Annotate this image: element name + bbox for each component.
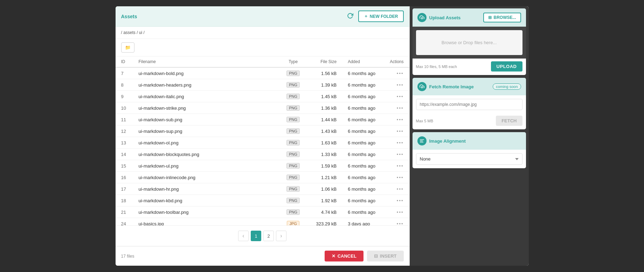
cell-actions[interactable]: ••• [384, 67, 409, 79]
cell-id: 10 [116, 102, 133, 114]
table-row[interactable]: 14 ui-markdown-blockquotes.png PNG 1.33 … [116, 149, 409, 160]
file-table-body: 7 ui-markdown-bold.png PNG 1.56 kB 6 mon… [116, 67, 409, 225]
type-badge: PNG [286, 94, 300, 99]
fetch-button[interactable]: FETCH [496, 116, 522, 126]
table-row[interactable]: 15 ui-markdown-ul.png PNG 1.59 kB 6 mont… [116, 160, 409, 172]
cell-type: PNG [279, 149, 307, 160]
cell-actions[interactable]: ••• [384, 102, 409, 114]
col-added: Added [342, 56, 384, 67]
table-row[interactable]: 12 ui-markdown-sup.png PNG 1.43 kB 6 mon… [116, 125, 409, 137]
bottom-actions: ✕ CANCEL ⊟ INSERT [325, 251, 404, 261]
file-table: ID Filename Type File Size Added Actions… [116, 56, 409, 225]
type-badge: PNG [286, 70, 300, 76]
cell-filename: ui-markdown-headers.png [133, 79, 279, 91]
cell-type: PNG [279, 183, 307, 195]
page-1-button[interactable]: 1 [251, 231, 261, 241]
alignment-header: Image Alignment [413, 132, 526, 150]
cell-size: 4.74 kB [307, 206, 342, 218]
cell-size: 323.29 kB [307, 218, 342, 226]
cell-size: 1.39 kB [307, 79, 342, 91]
cell-actions[interactable]: ••• [384, 218, 409, 226]
col-filename: Filename [133, 56, 279, 67]
cell-added: 6 months ago [342, 149, 384, 160]
col-filesize: File Size [307, 56, 342, 67]
cell-size: 1.56 kB [307, 67, 342, 79]
plus-icon: ＋ [364, 13, 368, 19]
table-row[interactable]: 16 ui-markdown-inlinecode.png PNG 1.21 k… [116, 172, 409, 183]
cell-size: 1.21 kB [307, 172, 342, 183]
cell-type: PNG [279, 137, 307, 149]
cell-actions[interactable]: ••• [384, 172, 409, 183]
cell-added: 6 months ago [342, 137, 384, 149]
cell-id: 14 [116, 149, 133, 160]
cell-actions[interactable]: ••• [384, 91, 409, 102]
cell-id: 7 [116, 67, 133, 79]
cell-size: 1.45 kB [307, 91, 342, 102]
cell-type: PNG [279, 206, 307, 218]
drop-zone[interactable]: Browse or Drop files here... [416, 30, 522, 55]
upload-icon [417, 13, 427, 22]
cell-size: 1.33 kB [307, 149, 342, 160]
cell-actions[interactable]: ••• [384, 160, 409, 172]
next-page-button[interactable]: › [276, 231, 286, 241]
cell-actions[interactable]: ••• [384, 125, 409, 137]
upload-submit-button[interactable]: UPLOAD [491, 61, 522, 72]
cell-id: 18 [116, 195, 133, 206]
cell-type: JPG [279, 218, 307, 226]
cell-filename: ui-markdown-bold.png [133, 67, 279, 79]
cell-id: 16 [116, 172, 133, 183]
table-row[interactable]: 13 ui-markdown-ol.png PNG 1.63 kB 6 mont… [116, 137, 409, 149]
alignment-section: Image Alignment None Left Center Right [413, 132, 526, 168]
cell-filename: ui-markdown-hr.png [133, 183, 279, 195]
cell-actions[interactable]: ••• [384, 149, 409, 160]
table-row[interactable]: 10 ui-markdown-strike.png PNG 1.36 kB 6 … [116, 102, 409, 114]
cell-actions[interactable]: ••• [384, 114, 409, 125]
type-badge: PNG [286, 128, 300, 134]
cell-id: 12 [116, 125, 133, 137]
folder-upload-icon: 📁 [125, 45, 131, 50]
cancel-button[interactable]: ✕ CANCEL [325, 251, 363, 261]
cell-actions[interactable]: ••• [384, 183, 409, 195]
cell-added: 3 days ago [342, 218, 384, 226]
table-header-row: ID Filename Type File Size Added Actions [116, 56, 409, 67]
table-row[interactable]: 21 ui-markdown-toolbar.png PNG 4.74 kB 6… [116, 206, 409, 218]
new-folder-button[interactable]: ＋ NEW FOLDER [358, 11, 404, 22]
type-badge: PNG [286, 163, 300, 169]
table-row[interactable]: 7 ui-markdown-bold.png PNG 1.56 kB 6 mon… [116, 67, 409, 79]
cell-filename: ui-markdown-toolbar.png [133, 206, 279, 218]
cell-id: 13 [116, 137, 133, 149]
browse-button[interactable]: ⊞ BROWSE... [483, 13, 521, 22]
cell-added: 6 months ago [342, 91, 384, 102]
table-row[interactable]: 17 ui-markdown-hr.png PNG 1.06 kB 6 mont… [116, 183, 409, 195]
cell-actions[interactable]: ••• [384, 79, 409, 91]
cell-actions[interactable]: ••• [384, 137, 409, 149]
cell-actions[interactable]: ••• [384, 206, 409, 218]
prev-page-button[interactable]: ‹ [238, 231, 249, 241]
table-row[interactable]: 18 ui-markdown-kbd.png PNG 1.92 kB 6 mon… [116, 195, 409, 206]
alignment-select[interactable]: None Left Center Right [416, 153, 522, 165]
right-panel: Upload Assets ⊞ BROWSE... Browse or Drop… [410, 6, 529, 266]
page-2-button[interactable]: 2 [263, 231, 274, 241]
breadcrumb: / assets / ui / [116, 27, 409, 39]
cell-size: 1.44 kB [307, 114, 342, 125]
fetch-url-input[interactable] [416, 99, 522, 110]
cell-type: PNG [279, 79, 307, 91]
upload-header-left: Upload Assets [417, 13, 461, 22]
table-row[interactable]: 24 ui-basics.jpg JPG 323.29 kB 3 days ag… [116, 218, 409, 226]
cell-filename: ui-markdown-blockquotes.png [133, 149, 279, 160]
cell-actions[interactable]: ••• [384, 195, 409, 206]
insert-button[interactable]: ⊟ INSERT [367, 251, 404, 261]
table-row[interactable]: 11 ui-markdown-sub.png PNG 1.44 kB 6 mon… [116, 114, 409, 125]
refresh-button[interactable] [346, 11, 355, 22]
cell-type: PNG [279, 102, 307, 114]
cell-added: 6 months ago [342, 195, 384, 206]
table-row[interactable]: 8 ui-markdown-headers.png PNG 1.39 kB 6 … [116, 79, 409, 91]
cell-filename: ui-markdown-italic.png [133, 91, 279, 102]
table-row[interactable]: 9 ui-markdown-italic.png PNG 1.45 kB 6 m… [116, 91, 409, 102]
cell-size: 1.92 kB [307, 195, 342, 206]
cell-size: 1.36 kB [307, 102, 342, 114]
cell-type: PNG [279, 114, 307, 125]
folder-upload-button[interactable]: 📁 [121, 42, 134, 53]
cell-size: 1.59 kB [307, 160, 342, 172]
cell-id: 21 [116, 206, 133, 218]
